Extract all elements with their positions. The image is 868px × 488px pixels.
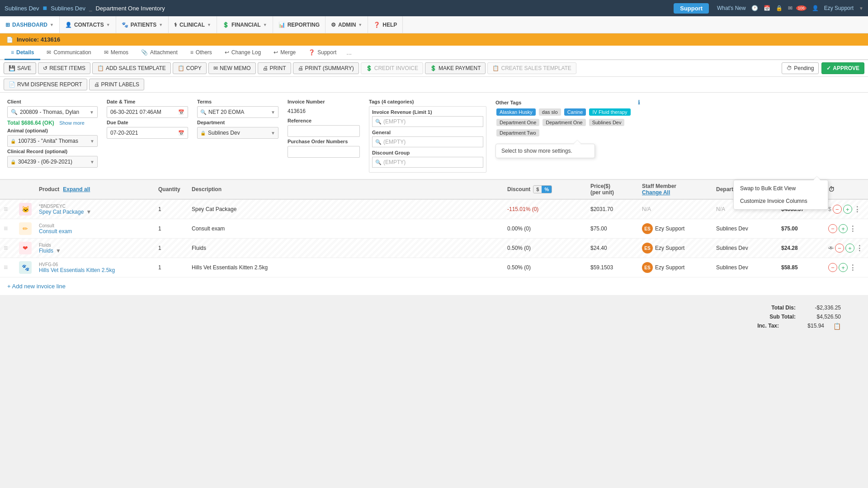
settings-tooltip: Select to show more settings. (495, 144, 595, 158)
row4-minus-btn[interactable]: − (828, 263, 837, 272)
nav-reporting[interactable]: 📊 REPORTING (273, 16, 326, 33)
row1-expand[interactable]: ▼ (86, 209, 91, 215)
date-time-input[interactable]: 06-30-2021 07:46AM 📅 (107, 106, 188, 118)
general-input[interactable]: 🔍 (EMPTY) (372, 136, 483, 147)
animal-arrow[interactable]: ▼ (90, 139, 94, 144)
add-invoice-line-button[interactable]: + Add new invoice line (7, 283, 861, 290)
row4-name-link[interactable]: Hills Vet Essentials Kitten 2.5kg (39, 267, 156, 273)
nav-clinical[interactable]: ⚕ CLINICAL ▼ (169, 16, 217, 33)
dept-arrow[interactable]: ▼ (271, 131, 275, 136)
row1-icon: 🐱 (19, 203, 32, 216)
row3-eye-slash[interactable]: 👁 (828, 245, 834, 251)
row3-plus-btn[interactable]: + (845, 244, 854, 253)
clinical-arrow[interactable]: ▼ (90, 160, 94, 164)
settings-gear-icon[interactable]: ⏱ (828, 186, 835, 193)
row1-more-btn[interactable]: ⋮ (854, 205, 861, 214)
nav-dashboard[interactable]: ⊞ DASHBOARD ▼ (0, 16, 60, 33)
add-sales-template-button[interactable]: 📋 ADD SALES TEMPLATE (92, 62, 171, 74)
approve-button[interactable]: ✓ APPROVE (821, 62, 864, 74)
calendar-icon[interactable]: 📅 (178, 109, 184, 115)
row2-product: Consult Consult exam (39, 223, 156, 235)
row1-dollar-icon[interactable]: $ (828, 206, 831, 212)
tab-others[interactable]: ≡ Others (184, 46, 218, 60)
row4-drag[interactable]: ≡ (4, 263, 17, 272)
search-general-icon: 🔍 (375, 139, 382, 145)
client-input[interactable]: 🔍 200809 - Thomas, Dylan ▼ (7, 106, 98, 118)
whats-new-link[interactable]: What's New (717, 5, 746, 11)
row4-icon: 🐾 (19, 261, 32, 274)
row3-more-btn[interactable]: ⋮ (856, 244, 863, 253)
col-product: Product Expand all (39, 186, 156, 192)
client-total: Total $686.64 (OK) Show more (7, 120, 98, 126)
nav-help[interactable]: ❓ HELP (368, 16, 403, 33)
create-sales-template-button[interactable]: 📋 CREATE SALES TEMPLATE (487, 62, 576, 74)
col-actions: ⏱ (828, 186, 864, 193)
make-payment-button[interactable]: 💲 MAKE PAYMENT (425, 62, 486, 74)
show-more-link[interactable]: Show more (59, 120, 85, 126)
tab-support[interactable]: ❓ Support (302, 46, 343, 60)
copy-button[interactable]: 📋 COPY (173, 62, 207, 74)
client-dropdown-arrow[interactable]: ▼ (90, 110, 94, 115)
due-calendar-icon[interactable]: 📅 (178, 130, 184, 136)
tab-attachment[interactable]: 📎 Attachment (135, 46, 184, 60)
tab-communication[interactable]: ✉ Communication (40, 46, 97, 60)
new-memo-button[interactable]: ✉ NEW MEMO (208, 62, 256, 74)
row3-name-link[interactable]: Fluids (39, 248, 53, 254)
tax-icon[interactable]: 📋 (833, 323, 841, 330)
print-labels-button[interactable]: 🖨 PRINT LABELS (89, 79, 144, 90)
tab-details[interactable]: ≡ Details (5, 46, 40, 60)
tab-changelog[interactable]: ↩ Change Log (218, 46, 267, 60)
row2-drag[interactable]: ≡ (4, 225, 17, 233)
nav-contacts[interactable]: 👤 CONTACTS ▼ (60, 16, 116, 33)
row4-more-btn[interactable]: ⋮ (849, 263, 856, 272)
rvm-dispense-report-button[interactable]: 📄 RVM DISPENSE REPORT (4, 79, 87, 90)
row3-dept: Sublines Dev (716, 245, 779, 251)
row1-name-link[interactable]: Spey Cat Package (39, 209, 84, 215)
user-name[interactable]: Ezy Support (824, 5, 854, 11)
row2-more-btn[interactable]: ⋮ (849, 225, 856, 233)
expand-all-link[interactable]: Expand all (63, 186, 90, 192)
invoice-revenue-input[interactable]: 🔍 (EMPTY) (372, 116, 483, 127)
save-button[interactable]: 💾 SAVE (4, 62, 36, 74)
department-input[interactable]: 🔒 Sublines Dev ▼ (197, 127, 278, 139)
row3-expand[interactable]: ▼ (56, 248, 61, 254)
discount-group-input[interactable]: 🔍 (EMPTY) (372, 157, 483, 168)
nav-financial[interactable]: 💲 FINANCIAL ▼ (217, 16, 273, 33)
swap-bulk-edit-item[interactable]: Swap to Bulk Edit View (734, 182, 828, 195)
change-all-link[interactable]: Change All (642, 189, 714, 196)
tab-more[interactable]: ... (343, 46, 355, 59)
reference-input[interactable] (288, 125, 360, 137)
row3-drag[interactable]: ≡ (4, 244, 17, 252)
clinical-record-input[interactable]: 🔒 304239 - (06-29-2021) ▼ (7, 156, 98, 168)
row2-name-link[interactable]: Consult exam (39, 228, 156, 235)
due-date-input[interactable]: 07-20-2021 📅 (107, 127, 188, 139)
row3-minus-btn[interactable]: − (835, 244, 844, 253)
row1-plus-btn[interactable]: + (843, 205, 852, 214)
reporting-icon: 📊 (278, 22, 285, 28)
row2-plus-btn[interactable]: + (839, 224, 848, 233)
print-button[interactable]: 🖨 PRINT (258, 62, 291, 74)
row2-minus-btn[interactable]: − (828, 224, 837, 233)
purchase-order-input[interactable] (288, 146, 360, 158)
credit-invoice-button[interactable]: 💲 CREDIT INVOICE (361, 62, 423, 74)
customize-columns-item[interactable]: Customize Invoice Columns (734, 195, 828, 207)
pending-icon: ⏱ (787, 65, 792, 71)
tag-iv-fluid: IV Fluid therapy (589, 108, 630, 116)
row4-total: $58.85 (781, 264, 826, 271)
row4-plus-btn[interactable]: + (839, 263, 848, 272)
tab-merge[interactable]: ↩ Merge (267, 46, 302, 60)
discount-toggle[interactable]: $ % (533, 185, 552, 193)
support-button[interactable]: Support (674, 3, 709, 14)
nav-patients[interactable]: 🐾 PATIENTS ▼ (116, 16, 169, 33)
reset-items-button[interactable]: ↺ RESET ITEMS (38, 62, 90, 74)
general-cat: General (372, 130, 483, 135)
terms-select[interactable]: 🔍 NET 20 EOMA ▼ (197, 106, 278, 118)
tab-memos[interactable]: ✉ Memos (98, 46, 135, 60)
row1-drag[interactable]: ≡ (4, 205, 17, 213)
info-icon[interactable]: ℹ (638, 99, 640, 106)
animal-input[interactable]: 🔒 100735 - "Anita" Thomas ▼ (7, 135, 98, 147)
print-summary-button[interactable]: 🖨 PRINT (SUMMARY) (293, 62, 359, 74)
nav-admin[interactable]: ⚙ ADMIN ▼ (326, 16, 368, 33)
pending-button[interactable]: ⏱ Pending (782, 62, 819, 74)
row1-minus-btn[interactable]: − (833, 205, 842, 214)
